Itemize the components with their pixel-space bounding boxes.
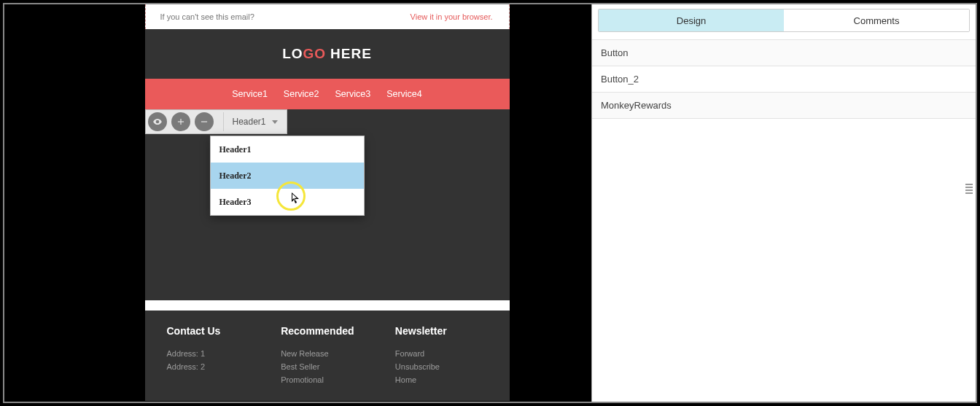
element-toolbar: Header1 Header1 Header2 Header3: [145, 109, 287, 134]
footer-col-recommended: Recommended New Release Best Seller Prom…: [281, 325, 373, 386]
side-panel: Design Comments Button Button_2 MonkeyRe…: [591, 4, 976, 402]
footer-col-newsletter: Newsletter Forward Unsubscribe Home: [395, 325, 488, 386]
component-item-button2[interactable]: Button_2: [592, 66, 976, 93]
component-item-button[interactable]: Button: [592, 40, 976, 66]
footer-item[interactable]: Home: [395, 373, 488, 386]
preheader-row: If you can't see this email? View it in …: [145, 4, 510, 29]
visibility-toggle-button[interactable]: [148, 112, 167, 131]
plus-icon: [176, 117, 186, 127]
eye-icon: [152, 117, 163, 127]
footer-item[interactable]: Address: 1: [167, 347, 260, 360]
footer-item[interactable]: Promotional: [281, 373, 373, 386]
header-dropdown-menu: Header1 Header2 Header3: [210, 136, 365, 216]
footer-item[interactable]: Best Seller: [281, 360, 373, 373]
tab-comments[interactable]: Comments: [784, 9, 969, 31]
email-footer: Contact Us Address: 1 Address: 2 Recomme…: [145, 311, 510, 401]
preview-canvas[interactable]: If you can't see this email? View it in …: [4, 4, 591, 402]
minus-icon: [199, 117, 209, 127]
footer-item[interactable]: Address: 2: [167, 360, 260, 373]
header-select-dropdown[interactable]: Header1: [223, 112, 287, 131]
nav-item[interactable]: Service2: [284, 89, 319, 99]
preheader-text: If you can't see this email?: [160, 12, 254, 21]
email-body: LOGOHERE Service1 Service2 Service3 Serv…: [145, 29, 510, 300]
dropdown-item-header1[interactable]: Header1: [211, 136, 364, 163]
preview-wrap: If you can't see this email? View it in …: [72, 4, 524, 401]
header-select-label: Header1: [233, 117, 266, 127]
footer-head: Contact Us: [167, 325, 260, 337]
footer-head: Recommended: [281, 325, 373, 337]
nav-item[interactable]: Service4: [386, 89, 422, 99]
section-spacer: [145, 300, 510, 311]
footer-item[interactable]: Unsubscribe: [395, 360, 488, 373]
footer-head: Newsletter: [395, 325, 488, 337]
logo-part-here: HERE: [330, 46, 372, 62]
nav-item[interactable]: Service3: [335, 89, 371, 99]
logo-part-lo: LO: [282, 46, 303, 62]
component-item-monkeyrewards[interactable]: MonkeyRewards: [592, 93, 976, 119]
dropdown-item-header3[interactable]: Header3: [211, 189, 364, 215]
nav-item[interactable]: Service1: [232, 89, 268, 99]
dropdown-item-header2[interactable]: Header2: [211, 163, 364, 189]
view-in-browser-link[interactable]: View it in your browser.: [411, 12, 493, 21]
app-window: If you can't see this email? View it in …: [3, 3, 977, 403]
component-list: Button Button_2 MonkeyRewards: [592, 39, 976, 119]
email-header-logo: LOGOHERE: [145, 29, 510, 79]
email-column: If you can't see this email? View it in …: [145, 4, 510, 401]
email-nav: Service1 Service2 Service3 Service4: [145, 79, 510, 109]
footer-item[interactable]: Forward: [395, 347, 488, 360]
email-hero[interactable]: & 345px: [145, 109, 510, 300]
tab-design[interactable]: Design: [599, 9, 784, 31]
footer-col-contact: Contact Us Address: 1 Address: 2: [167, 325, 260, 386]
panel-tabs: Design Comments: [598, 9, 970, 32]
remove-button[interactable]: [195, 112, 214, 131]
footer-item[interactable]: New Release: [281, 347, 373, 360]
chevron-down-icon: [272, 120, 278, 124]
panel-resize-handle[interactable]: [965, 174, 973, 203]
logo-part-go: GO: [303, 46, 327, 62]
add-button[interactable]: [171, 112, 190, 131]
